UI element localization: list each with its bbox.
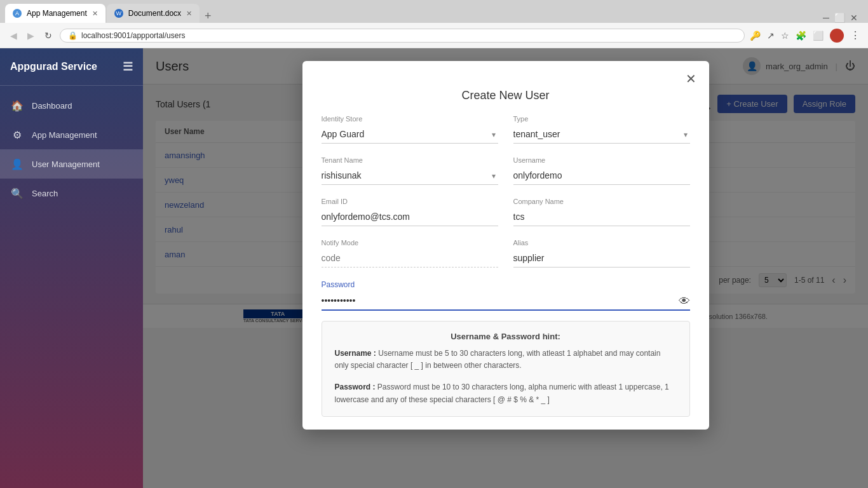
form-group-type: Type tenant_user <box>513 115 690 144</box>
type-select-wrapper: tenant_user <box>513 125 690 144</box>
modal-close-button[interactable]: ✕ <box>686 71 696 86</box>
email-label: Email ID <box>322 198 498 205</box>
notify-label: Notify Mode <box>322 239 498 247</box>
search-icon: 🔍 <box>10 186 24 200</box>
main-content: Users 👤 mark_org_admin | ⏻ Total Users (… <box>143 48 868 488</box>
tenant-select-wrapper: rishisunak <box>322 166 498 185</box>
form-group-notify: Notify Mode <box>322 239 498 268</box>
nav-forward[interactable]: ▶ <box>25 29 37 42</box>
nav-back[interactable]: ◀ <box>8 29 20 42</box>
hint-title: Username & Password hint: <box>335 332 677 341</box>
browser-tabs: A App Management ✕ W Document.docx ✕ + ─… <box>0 0 868 23</box>
identity-store-select[interactable]: App Guard <box>322 125 498 144</box>
alias-input[interactable] <box>513 249 690 268</box>
star-icon[interactable]: ☆ <box>781 30 789 41</box>
email-input[interactable] <box>322 208 498 226</box>
tenant-select[interactable]: rishisunak <box>322 166 498 185</box>
window-maximize[interactable]: ⬜ <box>834 13 845 23</box>
form-row-2: Tenant Name rishisunak Username <box>322 156 690 185</box>
sidebar-menu: 🏠 Dashboard ⚙ App Management 👤 User Mana… <box>0 86 143 488</box>
nav-actions: 🔑 ↗ ☆ 🧩 ⬜ ⋮ <box>750 29 860 43</box>
form-row-1: Identity Store App Guard Type <box>322 115 690 144</box>
menu-dots[interactable]: ⋮ <box>850 29 860 41</box>
browser-tab-active[interactable]: A App Management ✕ <box>5 4 105 23</box>
extension-icon[interactable]: 🧩 <box>796 30 806 41</box>
browser-navigation: ◀ ▶ ↻ 🔒 localhost:9001/appportal/users 🔑… <box>0 23 868 48</box>
identity-store-label: Identity Store <box>322 115 498 123</box>
sidebar-item-label-app-mgmt: App Management <box>32 130 97 140</box>
tab-close-1[interactable]: ✕ <box>92 10 98 18</box>
username-input[interactable] <box>513 166 690 185</box>
lock-icon: 🔒 <box>68 31 78 40</box>
alias-label: Alias <box>513 239 690 247</box>
browser-tab-2[interactable]: W Document.docx ✕ <box>107 4 200 23</box>
identity-store-select-wrapper: App Guard <box>322 125 498 144</box>
form-group-alias: Alias <box>513 239 690 268</box>
form-row-3: Email ID Company Name <box>322 198 690 226</box>
share-icon[interactable]: ↗ <box>767 30 775 41</box>
sidebar-item-label-user-mgmt: User Management <box>32 159 100 169</box>
profile-avatar[interactable] <box>830 29 844 43</box>
modal-body: Identity Store App Guard Type <box>302 115 709 430</box>
window-close[interactable]: ✕ <box>850 13 858 23</box>
hint-username: Username : Username must be 5 to 30 char… <box>335 348 677 372</box>
type-select[interactable]: tenant_user <box>513 125 690 144</box>
browser-chrome: A App Management ✕ W Document.docx ✕ + ─… <box>0 0 868 48</box>
company-label: Company Name <box>513 198 690 205</box>
new-tab-button[interactable]: + <box>200 10 217 23</box>
password-wrapper: 👁 <box>322 292 690 311</box>
password-label: Password <box>322 280 690 289</box>
tab-label-1: App Management <box>27 9 87 18</box>
sidebar-header: Appgurad Service ☰ <box>0 48 143 86</box>
password-input[interactable] <box>322 292 690 311</box>
sidebar: Appgurad Service ☰ 🏠 Dashboard ⚙ App Man… <box>0 48 143 488</box>
sidebar-item-user-management[interactable]: 👤 User Management <box>0 149 143 179</box>
sidebar-item-app-management[interactable]: ⚙ App Management <box>0 120 143 149</box>
tenant-label: Tenant Name <box>322 156 498 164</box>
sidebar-item-label-dashboard: Dashboard <box>32 101 72 111</box>
modal-title: Create New User <box>302 86 709 115</box>
create-user-modal: ✕ Create New User Identity Store App Gua… <box>302 61 709 430</box>
dashboard-icon: 🏠 <box>10 98 24 112</box>
form-group-email: Email ID <box>322 198 498 226</box>
tab-favicon-2: W <box>114 9 123 18</box>
sidebar-item-dashboard[interactable]: 🏠 Dashboard <box>0 91 143 120</box>
username-label: Username <box>513 156 690 164</box>
tab-label-2: Document.docx <box>128 9 181 18</box>
notify-input[interactable] <box>322 249 498 268</box>
modal-header: ✕ <box>302 61 709 86</box>
form-group-password: Password 👁 <box>322 280 690 311</box>
tab-close-2[interactable]: ✕ <box>186 10 192 18</box>
address-bar[interactable]: 🔒 localhost:9001/appportal/users <box>60 29 745 43</box>
sidebar-item-search[interactable]: 🔍 Search <box>0 179 143 208</box>
sidebar-title: Appgurad Service <box>10 61 97 72</box>
hint-box: Username & Password hint: Username : Use… <box>322 321 690 417</box>
address-text: localhost:9001/appportal/users <box>81 31 185 40</box>
sidebar-icon[interactable]: ⬜ <box>813 30 824 41</box>
modal-overlay: ✕ Create New User Identity Store App Gua… <box>143 48 868 488</box>
form-group-username: Username <box>513 156 690 185</box>
nav-refresh[interactable]: ↻ <box>42 29 55 42</box>
user-management-icon: 👤 <box>10 157 24 171</box>
app-container: Appgurad Service ☰ 🏠 Dashboard ⚙ App Man… <box>0 48 868 488</box>
password-toggle-button[interactable]: 👁 <box>679 295 690 308</box>
company-input[interactable] <box>513 208 690 226</box>
type-label: Type <box>513 115 690 123</box>
form-row-4: Notify Mode Alias <box>322 239 690 268</box>
hint-password: Password : Password must be 10 to 30 cha… <box>335 381 677 405</box>
key-icon[interactable]: 🔑 <box>750 30 761 41</box>
app-management-icon: ⚙ <box>10 128 24 142</box>
form-group-company: Company Name <box>513 198 690 226</box>
sidebar-item-label-search: Search <box>32 189 58 198</box>
window-minimize[interactable]: ─ <box>823 13 829 23</box>
tab-favicon-1: A <box>13 9 22 18</box>
form-group-tenant: Tenant Name rishisunak <box>322 156 498 185</box>
form-group-identity-store: Identity Store App Guard <box>322 115 498 144</box>
sidebar-toggle[interactable]: ☰ <box>123 60 133 74</box>
